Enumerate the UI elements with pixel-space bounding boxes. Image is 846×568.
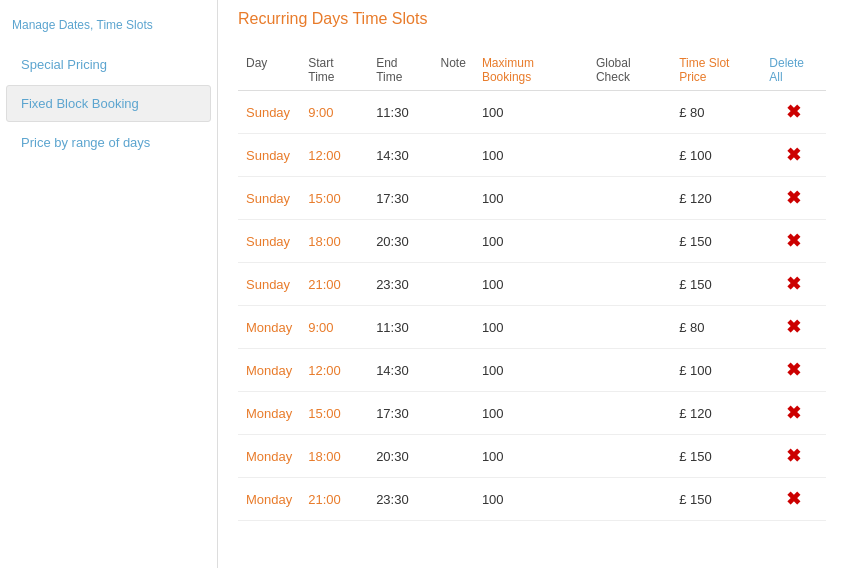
cell-day: Sunday [238,91,300,134]
cell-note [433,91,474,134]
cell-day: Monday [238,478,300,521]
cell-start-time: 18:00 [300,220,368,263]
cell-day: Sunday [238,263,300,306]
delete-icon[interactable]: ✖ [786,188,801,208]
col-header-delete-all[interactable]: Delete All [761,50,826,91]
table-row: Monday 18:00 20:30 100 £ 150 ✖ [238,435,826,478]
page-title: Recurring Days Time Slots [238,10,826,34]
sidebar-item-fixed-block-booking[interactable]: Fixed Block Booking [6,85,211,122]
cell-end-time: 11:30 [368,306,432,349]
cell-delete[interactable]: ✖ [761,177,826,220]
cell-end-time: 23:30 [368,478,432,521]
cell-price: £ 120 [671,177,761,220]
sidebar-item-special-pricing[interactable]: Special Pricing [6,46,211,83]
cell-global-check [588,91,671,134]
cell-delete[interactable]: ✖ [761,349,826,392]
cell-price: £ 100 [671,134,761,177]
cell-delete[interactable]: ✖ [761,478,826,521]
cell-max-bookings: 100 [474,177,588,220]
cell-note [433,220,474,263]
main-content: Recurring Days Time Slots Day Start Time… [218,0,846,568]
col-header-note: Note [433,50,474,91]
cell-global-check [588,220,671,263]
cell-global-check [588,478,671,521]
cell-delete[interactable]: ✖ [761,263,826,306]
cell-end-time: 23:30 [368,263,432,306]
col-header-global-check: Global Check [588,50,671,91]
table-row: Sunday 18:00 20:30 100 £ 150 ✖ [238,220,826,263]
delete-icon[interactable]: ✖ [786,317,801,337]
cell-max-bookings: 100 [474,134,588,177]
cell-price: £ 150 [671,478,761,521]
table-row: Monday 15:00 17:30 100 £ 120 ✖ [238,392,826,435]
cell-delete[interactable]: ✖ [761,392,826,435]
delete-icon[interactable]: ✖ [786,274,801,294]
cell-max-bookings: 100 [474,220,588,263]
cell-note [433,435,474,478]
title-orange: Time Slots [352,10,427,27]
cell-price: £ 150 [671,263,761,306]
table-row: Sunday 9:00 11:30 100 £ 80 ✖ [238,91,826,134]
table-header-row: Day Start Time End Time Note Maximum Boo… [238,50,826,91]
cell-delete[interactable]: ✖ [761,134,826,177]
cell-global-check [588,177,671,220]
table-row: Monday 12:00 14:30 100 £ 100 ✖ [238,349,826,392]
delete-icon[interactable]: ✖ [786,102,801,122]
col-header-time-slot-price: Time Slot Price [671,50,761,91]
cell-start-time: 15:00 [300,177,368,220]
cell-note [433,134,474,177]
col-header-day: Day [238,50,300,91]
cell-note [433,306,474,349]
cell-global-check [588,349,671,392]
cell-max-bookings: 100 [474,478,588,521]
col-header-end-time: End Time [368,50,432,91]
sidebar-item-price-by-range[interactable]: Price by range of days [6,124,211,161]
cell-price: £ 80 [671,91,761,134]
sidebar-item-label: Fixed Block Booking [21,96,139,111]
cell-end-time: 14:30 [368,134,432,177]
col-header-max-bookings: Maximum Bookings [474,50,588,91]
delete-icon[interactable]: ✖ [786,446,801,466]
cell-end-time: 17:30 [368,177,432,220]
cell-max-bookings: 100 [474,349,588,392]
sidebar: Manage Dates, Time Slots Special Pricing… [0,0,218,568]
cell-end-time: 20:30 [368,220,432,263]
cell-start-time: 12:00 [300,349,368,392]
cell-day: Monday [238,349,300,392]
delete-icon[interactable]: ✖ [786,360,801,380]
cell-end-time: 11:30 [368,91,432,134]
sidebar-header: Manage Dates, Time Slots [0,10,217,44]
cell-start-time: 9:00 [300,306,368,349]
cell-max-bookings: 100 [474,435,588,478]
table-row: Sunday 21:00 23:30 100 £ 150 ✖ [238,263,826,306]
sidebar-item-label: Special Pricing [21,57,107,72]
cell-note [433,177,474,220]
cell-delete[interactable]: ✖ [761,435,826,478]
cell-day: Sunday [238,134,300,177]
cell-start-time: 9:00 [300,91,368,134]
cell-day: Sunday [238,177,300,220]
delete-icon[interactable]: ✖ [786,403,801,423]
cell-max-bookings: 100 [474,306,588,349]
cell-delete[interactable]: ✖ [761,91,826,134]
cell-day: Monday [238,392,300,435]
cell-note [433,349,474,392]
cell-global-check [588,263,671,306]
delete-icon[interactable]: ✖ [786,231,801,251]
cell-day: Monday [238,306,300,349]
cell-price: £ 80 [671,306,761,349]
cell-delete[interactable]: ✖ [761,306,826,349]
cell-start-time: 21:00 [300,263,368,306]
cell-delete[interactable]: ✖ [761,220,826,263]
cell-day: Sunday [238,220,300,263]
col-header-start-time: Start Time [300,50,368,91]
table-row: Sunday 12:00 14:30 100 £ 100 ✖ [238,134,826,177]
cell-global-check [588,134,671,177]
cell-price: £ 100 [671,349,761,392]
delete-icon[interactable]: ✖ [786,145,801,165]
cell-price: £ 150 [671,220,761,263]
sidebar-header-text: Manage Dates, [12,18,97,32]
delete-icon[interactable]: ✖ [786,489,801,509]
cell-note [433,392,474,435]
sidebar-header-link: Time Slots [97,18,153,32]
